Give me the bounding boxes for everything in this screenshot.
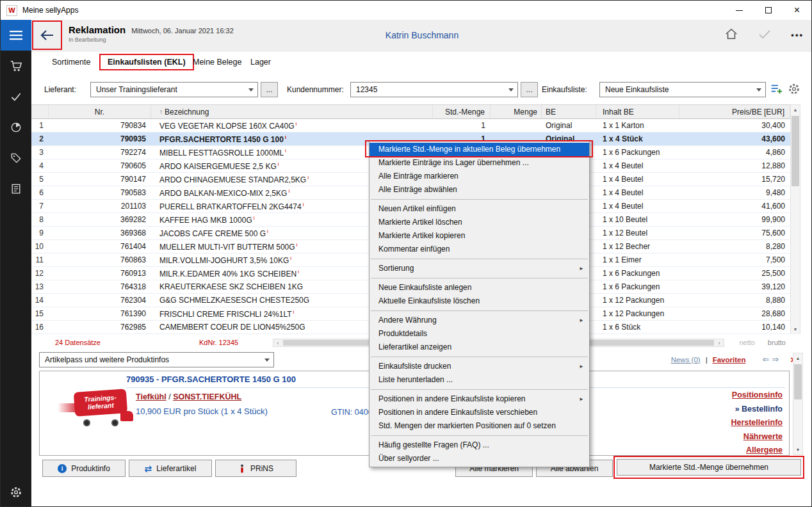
cell-idx: 8: [31, 215, 49, 224]
scroll-down-icon[interactable]: ▼: [793, 445, 802, 455]
lieferartikel-button[interactable]: ⇄ Lieferartikel: [129, 460, 212, 477]
menu-item[interactable]: Sortierung►: [369, 262, 589, 275]
list-settings-button[interactable]: [787, 82, 801, 98]
scroll-down-icon[interactable]: ▼: [791, 325, 800, 334]
produktinfo-button[interactable]: i Produktinfo: [42, 460, 126, 477]
sidebar-item-promotions[interactable]: [1, 143, 31, 173]
detail-link[interactable]: Positionsinfo: [731, 389, 783, 403]
menu-item[interactable]: Neuen Artikel einfügen: [369, 202, 589, 216]
menu-item[interactable]: Produktdetails: [369, 327, 589, 341]
header-std-menge[interactable]: Std.-Menge: [433, 105, 491, 118]
menu-separator: [371, 389, 588, 390]
header-bezeichnung[interactable]: ↑Bezeichnung: [151, 105, 433, 118]
header: Reklamation Mittwoch, 06. Januar 2021 16…: [31, 20, 812, 52]
detail-links: Positionsinfo» BestellinfoHerstellerinfo…: [731, 389, 783, 458]
detail-vertical-scrollbar[interactable]: ▲ ▼: [793, 353, 803, 455]
arrow-left-icon[interactable]: ⇐: [762, 355, 772, 364]
header-preis[interactable]: Preis/BE [EUR]: [679, 105, 790, 118]
header-menge[interactable]: Menge: [491, 105, 542, 118]
kundennummer-more-button[interactable]: ...: [521, 82, 538, 97]
tab-sortimente[interactable]: Sortimente: [52, 58, 90, 67]
menu-item[interactable]: Markierte Artikel kopieren: [369, 229, 589, 243]
info-icon: i: [58, 464, 67, 473]
menu-item[interactable]: Markierte Artikel löschen: [369, 216, 589, 229]
menu-item[interactable]: Alle Einträge abwählen: [369, 183, 589, 197]
detail-link[interactable]: Herstellerinfo: [731, 416, 783, 430]
scroll-up-icon[interactable]: ▲: [791, 105, 800, 115]
scroll-up-icon[interactable]: ▲: [793, 353, 802, 363]
tab-einkaufslisten[interactable]: Einkaufslisten (EKL): [99, 54, 194, 70]
maximize-button[interactable]: [754, 1, 783, 20]
detail-link[interactable]: Nährwerte: [731, 430, 783, 444]
user-name[interactable]: Katrin Buschmann: [386, 30, 459, 40]
menu-item[interactable]: Einkaufsliste drucken►: [369, 360, 589, 373]
sidebar-item-check[interactable]: [1, 81, 31, 112]
menu-item[interactable]: Std. Mengen der markierten Positionen au…: [369, 419, 589, 433]
detail-link[interactable]: » Bestellinfo: [731, 403, 783, 417]
einkaufsliste-select[interactable]: Neue Einkaufsliste: [599, 82, 766, 97]
cell-nr: 762985: [49, 323, 151, 332]
category-link-tiefkuehl[interactable]: Tiefkühl: [136, 392, 166, 401]
table-vertical-scrollbar[interactable]: ▲ ▼: [790, 104, 800, 335]
header-nr[interactable]: Nr.: [49, 105, 151, 118]
close-button[interactable]: ×: [783, 1, 811, 20]
brutto-toggle[interactable]: brutto: [768, 339, 786, 346]
scroll-right-icon[interactable]: ›: [715, 340, 724, 346]
table-row[interactable]: 1790834VEG VEGETAR KLOPSE 160X CA40Gi1Or…: [31, 119, 790, 133]
cell-idx: 11: [31, 255, 49, 264]
confirm-button[interactable]: [758, 28, 772, 42]
info-marker-icon: i: [290, 255, 291, 261]
menu-item[interactable]: Lieferartikel anzeigen: [369, 341, 589, 354]
scroll-left-icon[interactable]: ‹: [273, 340, 282, 346]
header-inhalt-be[interactable]: Inhalt BE: [596, 105, 679, 118]
category-link-sonst-tiefkuehl[interactable]: SONST.TIEFKÜHL: [173, 392, 241, 401]
scrollbar-thumb[interactable]: [794, 364, 802, 399]
chevron-down-icon: [756, 88, 761, 92]
cell-idx: 6: [31, 188, 49, 197]
scrollbar-thumb[interactable]: [792, 116, 799, 186]
header-index[interactable]: [31, 105, 49, 118]
netto-toggle[interactable]: netto: [739, 339, 754, 346]
menu-item[interactable]: Positionen in andere Einkaufsliste kopie…: [369, 392, 589, 406]
lieferant-more-button[interactable]: ...: [261, 82, 278, 97]
sidebar-item-catalog[interactable]: [1, 173, 31, 204]
header-be[interactable]: BE: [542, 105, 596, 118]
new-list-button[interactable]: [769, 82, 783, 98]
menu-item[interactable]: Liste herunterladen ...: [369, 373, 589, 387]
menu-item[interactable]: Aktuelle Einkaufsliste löschen: [369, 294, 589, 308]
kundennummer-select[interactable]: 12345: [350, 82, 518, 97]
menu-item[interactable]: Häufig gestellte Fragen (FAQ) ...: [369, 439, 589, 452]
cell-inhalt: 1 x 12 Packungen: [596, 309, 679, 318]
tab-lager[interactable]: Lager: [250, 58, 271, 67]
cell-nr: 761404: [49, 242, 151, 251]
menu-item[interactable]: Kommentar einfügen: [369, 243, 589, 256]
sidebar-menu-button[interactable]: [1, 20, 31, 51]
menu-item[interactable]: Neue Einkaufsliste anlegen: [369, 281, 589, 294]
home-button[interactable]: [724, 28, 738, 42]
favoriten-link[interactable]: Favoriten: [713, 356, 746, 364]
prins-button[interactable]: PRiNS: [215, 460, 296, 477]
menu-item[interactable]: Markierte Std.-Menge in aktuellen Beleg …: [369, 143, 589, 156]
menu-item[interactable]: Alle Einträge markieren: [369, 170, 589, 183]
sidebar-item-statistics[interactable]: [1, 112, 31, 143]
menu-item[interactable]: Markierte Einträge ins Lager übernehmen …: [369, 156, 589, 170]
menu-item[interactable]: Positionen in andere Einkaufsliste versc…: [369, 406, 589, 419]
lieferant-select[interactable]: Unser Trainingslieferant: [90, 82, 258, 97]
cell-inhalt: 1 x 6 Packungen: [596, 282, 679, 291]
menu-item[interactable]: Andere Währung►: [369, 314, 589, 327]
arrow-right-icon[interactable]: ⇒: [772, 355, 781, 364]
menu-item[interactable]: Über sellyorder ...: [369, 452, 589, 465]
prev-next-arrows[interactable]: ⇐⇒: [762, 355, 781, 364]
app-logo-icon: W: [6, 5, 17, 16]
news-link[interactable]: News (0): [671, 356, 701, 364]
tab-meine-belege[interactable]: Meine Belege: [193, 58, 241, 67]
std-menge-uebernehmen-button[interactable]: Markierte Std.-Menge übernehmen: [617, 459, 801, 476]
sidebar-item-cart[interactable]: [1, 51, 31, 81]
productinfo-select[interactable]: Artikelpass und weitere Produktinfos: [39, 352, 274, 367]
more-options-button[interactable]: •••: [791, 30, 804, 40]
detail-price: 10,900 EUR pro Stück (1 x 4 Stück): [136, 406, 268, 416]
cell-preis: 7,500: [679, 255, 790, 264]
minimize-button[interactable]: [725, 1, 754, 20]
cell-nr: 761390: [49, 309, 151, 318]
back-button[interactable]: [32, 20, 62, 50]
